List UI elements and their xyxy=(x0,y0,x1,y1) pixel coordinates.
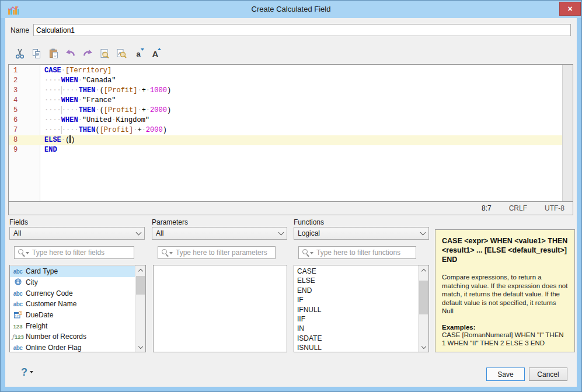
function-item[interactable]: IIF xyxy=(294,314,419,324)
code-line[interactable]: 4····WHEN·"France" xyxy=(9,96,563,106)
encoding: UTF-8 xyxy=(545,204,564,212)
search-icon xyxy=(302,249,308,254)
code-line[interactable]: 6····WHEN·"United·Kingdom" xyxy=(9,116,563,125)
help-menu-button[interactable]: ? xyxy=(21,366,33,378)
code-line[interactable]: 7········THEN([Profit]·+·2000) xyxy=(9,125,563,135)
line-number: 4 xyxy=(9,96,40,106)
find-replace-icon[interactable]: A xyxy=(114,47,128,61)
scroll-down-icon[interactable] xyxy=(421,344,426,348)
code-line[interactable]: 9END xyxy=(9,145,563,155)
dialog-title: Create Calculated Field xyxy=(1,5,581,13)
line-ending: CRLF xyxy=(509,204,527,212)
function-item[interactable]: IFNULL xyxy=(294,305,419,314)
editor-scrollbar[interactable] xyxy=(562,65,573,201)
scroll-up-icon[interactable] xyxy=(421,268,426,273)
parameters-type-dropdown[interactable]: All xyxy=(152,227,287,240)
function-item[interactable]: IN xyxy=(294,324,419,333)
font-decrease-icon[interactable]: a xyxy=(131,47,145,61)
functions-list[interactable]: CASEELSEENDIFIFNULLIIFINISDATEISNULL xyxy=(294,265,429,352)
field-item-label: City xyxy=(26,278,38,286)
chevron-down-icon xyxy=(420,230,426,236)
scrollbar-thumb[interactable] xyxy=(136,276,145,295)
copy-icon[interactable] xyxy=(30,47,44,61)
line-number: 8 xyxy=(9,135,40,145)
function-item[interactable]: ELSE xyxy=(294,276,419,285)
chevron-down-icon xyxy=(278,230,284,236)
create-calculated-field-dialog: Create Calculated Field × Name xyxy=(0,0,582,392)
code-text: END xyxy=(40,145,57,155)
field-item-label: Customer Name xyxy=(26,300,76,308)
field-item[interactable]: abcCustomer Name xyxy=(10,299,135,310)
field-item[interactable]: 123Freight xyxy=(10,320,135,331)
function-item[interactable]: CASE xyxy=(294,267,419,276)
function-item[interactable]: END xyxy=(294,286,419,295)
abc-icon: abc xyxy=(10,290,26,297)
fields-list[interactable]: abcCard TypeCityabcCurrency CodeabcCusto… xyxy=(9,265,146,352)
line-number: 5 xyxy=(9,106,40,116)
function-description: Compare expressions, to return a matchin… xyxy=(442,273,568,316)
close-icon: × xyxy=(567,4,572,13)
abc-icon: abc xyxy=(10,268,26,275)
function-item[interactable]: ISNULL xyxy=(294,343,419,352)
code-line[interactable]: 8ELSE·() xyxy=(9,135,563,145)
field-item[interactable]: abcCard Type xyxy=(10,266,135,277)
cut-icon[interactable] xyxy=(13,47,27,61)
editor-statusbar: 8:7 CRLF UTF-8 xyxy=(8,201,573,215)
field-item[interactable]: abcOnline Order Flag xyxy=(10,342,135,352)
code-text: ····WHEN·"France" xyxy=(40,96,116,106)
field-item-label: Online Order Flag xyxy=(26,344,81,352)
parameters-list[interactable] xyxy=(153,265,287,352)
close-button[interactable]: × xyxy=(559,2,581,16)
caret-position: 8:7 xyxy=(482,204,492,212)
triangle-down xyxy=(169,252,173,254)
functions-filter-input[interactable] xyxy=(315,248,413,257)
fields-filter-input[interactable] xyxy=(31,248,131,257)
parameters-filter-input[interactable] xyxy=(175,248,273,257)
abc-icon: abc xyxy=(10,344,26,351)
fields-type-dropdown[interactable]: All xyxy=(9,227,145,240)
field-item-label: Currency Code xyxy=(26,289,73,298)
scroll-down-icon[interactable] xyxy=(138,344,142,348)
cancel-button[interactable]: Cancel xyxy=(529,368,567,381)
code-text: ········THEN·([Profit]·+·1000) xyxy=(40,86,171,96)
find-icon[interactable] xyxy=(97,47,111,61)
fields-scrollbar[interactable] xyxy=(135,265,145,352)
function-item[interactable]: ISDATE xyxy=(294,334,419,343)
redo-icon[interactable] xyxy=(81,47,95,61)
parameters-label: Parameters xyxy=(152,218,188,226)
scroll-up-icon[interactable] xyxy=(138,268,142,273)
field-item[interactable]: 12DueDate xyxy=(10,310,135,321)
functions-scrollbar[interactable] xyxy=(418,265,428,352)
paste-icon[interactable] xyxy=(47,47,61,61)
code-text: ········THEN([Profit]·+·2000) xyxy=(40,125,167,135)
functions-type-dropdown[interactable]: Logical xyxy=(294,227,429,240)
undo-icon[interactable] xyxy=(64,47,78,61)
code-text: ····WHEN·"United·Kingdom" xyxy=(40,116,149,125)
font-increase-icon[interactable]: A xyxy=(148,47,162,61)
chevron-down-icon xyxy=(136,230,142,236)
code-text: ELSE·() xyxy=(40,135,75,145)
field-item[interactable]: abcCurrency Code xyxy=(10,288,135,299)
scrollbar-thumb[interactable] xyxy=(419,281,428,314)
line-number: 7 xyxy=(9,125,40,135)
fields-filter xyxy=(14,246,134,259)
function-example: CASE [RomanNumeral] WHEN "I" THEN 1 WHEN… xyxy=(442,331,568,348)
formula-editor[interactable]: 1CASE·[Territory]2····WHEN·"Canada"3····… xyxy=(8,64,573,202)
functions-filter xyxy=(298,246,416,259)
name-label: Name xyxy=(11,26,29,34)
save-button[interactable]: Save xyxy=(486,368,525,381)
code-line[interactable]: 5········THEN·([Profit]·+·2000) xyxy=(9,106,563,116)
triangle-up xyxy=(158,48,161,50)
code-line[interactable]: 1CASE·[Territory] xyxy=(9,66,563,76)
titlebar[interactable]: Create Calculated Field × xyxy=(1,1,581,18)
function-item[interactable]: IF xyxy=(294,295,419,304)
name-input[interactable] xyxy=(33,24,571,36)
parameters-filter xyxy=(158,246,276,259)
field-item[interactable]: ƒ123Number of Records xyxy=(10,331,135,342)
code-line[interactable]: 2····WHEN·"Canada" xyxy=(9,76,563,86)
svg-text:12: 12 xyxy=(15,314,18,317)
field-item[interactable]: City xyxy=(10,277,135,288)
code-line[interactable]: 3········THEN·([Profit]·+·1000) xyxy=(9,86,563,96)
line-number: 3 xyxy=(9,86,40,96)
editor-toolbar: A a A xyxy=(13,46,162,61)
